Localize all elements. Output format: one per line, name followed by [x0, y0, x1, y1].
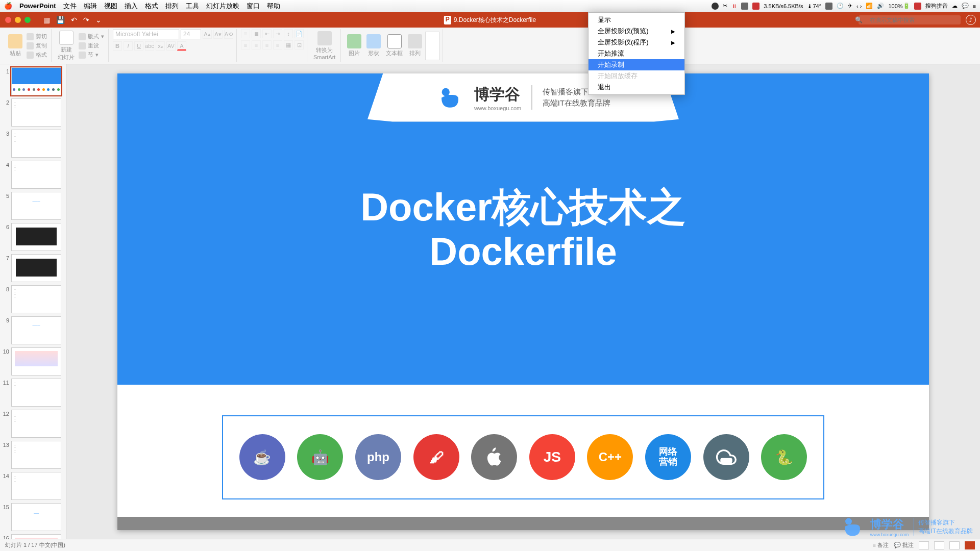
thumb-11[interactable]: ———	[11, 379, 61, 407]
dd-fullscreen-program[interactable]: 全屏投影仪(程序)▶	[589, 37, 684, 48]
minimize-button[interactable]	[15, 17, 21, 23]
apple-icon[interactable]: 🍎	[4, 2, 12, 10]
comments-button[interactable]: 💬 批注	[894, 541, 914, 549]
section-button[interactable]: 节 ▾	[78, 51, 105, 59]
volume-icon[interactable]: 🔊	[877, 3, 884, 9]
menu-window[interactable]: 窗口	[247, 2, 260, 11]
thumb-16[interactable]	[11, 534, 61, 539]
scissors-icon[interactable]: ✂	[723, 3, 727, 9]
pause-icon[interactable]: ⏸	[731, 3, 737, 9]
dd-fullscreen-preview[interactable]: 全屏投影仪(预览)▶	[589, 26, 684, 37]
normal-view-button[interactable]	[919, 541, 929, 549]
thumb-1[interactable]	[11, 67, 61, 95]
shape-quick-styles[interactable]	[425, 32, 439, 60]
menu-help[interactable]: 帮助	[267, 2, 280, 11]
menu-edit[interactable]: 编辑	[84, 2, 97, 11]
char-spacing-button[interactable]: AV	[166, 41, 176, 51]
cloud-icon[interactable]: ☁	[952, 3, 958, 9]
close-button[interactable]	[5, 17, 11, 23]
menu-view[interactable]: 视图	[104, 2, 117, 11]
dd-start-stream[interactable]: 开始推流	[589, 48, 684, 59]
font-color-button[interactable]: A	[177, 41, 186, 51]
decrease-font-button[interactable]: A▾	[213, 30, 223, 39]
qat-undo-icon[interactable]: ↶	[71, 16, 77, 24]
qat-more-icon[interactable]: ⌄	[95, 16, 102, 24]
graph-icon[interactable]	[752, 3, 760, 10]
plane-icon[interactable]: ✈	[848, 3, 852, 9]
menu-insert[interactable]: 插入	[125, 2, 138, 11]
bold-button[interactable]: B	[113, 41, 122, 51]
thumb-9[interactable]: ———	[11, 316, 61, 344]
activity-icon[interactable]	[741, 3, 748, 10]
indent-button[interactable]: ⇥	[273, 29, 282, 38]
menu-arrange[interactable]: 排列	[165, 2, 179, 11]
notes-button[interactable]: ≡ 备注	[872, 541, 888, 549]
qat-view-icon[interactable]: ▦	[43, 16, 50, 24]
clear-format-button[interactable]: A⟲	[224, 30, 233, 39]
reading-view-button[interactable]	[949, 541, 960, 549]
dd-show[interactable]: 显示	[589, 14, 684, 26]
menu-file[interactable]: 文件	[63, 2, 77, 11]
copy-button[interactable]: 复制	[26, 41, 48, 50]
textbox-button[interactable]: 文本框	[384, 33, 405, 58]
chat-icon[interactable]: 💬	[962, 3, 969, 9]
thumb-8[interactable]: ————	[11, 285, 61, 313]
slide-canvas[interactable]: 博学谷 www.boxuegu.com 传智播客旗下 高端IT在线教育品牌 Do…	[66, 64, 980, 539]
menu-icon[interactable]: ≡	[973, 3, 976, 9]
align-left-button[interactable]: ≡	[241, 40, 250, 49]
reset-button[interactable]: 重设	[78, 41, 105, 50]
text-direction-button[interactable]: 📄	[295, 29, 304, 38]
thumb-2[interactable]: ———	[11, 98, 61, 127]
dd-exit[interactable]: 退出	[589, 82, 684, 93]
search-input[interactable]	[859, 15, 961, 24]
thumb-15[interactable]: ——	[11, 503, 61, 531]
maximize-button[interactable]	[24, 17, 31, 23]
thumb-5[interactable]: ———	[11, 192, 61, 220]
thumb-14[interactable]: ———	[11, 472, 61, 500]
slideshow-view-button[interactable]	[965, 541, 975, 549]
align-center-button[interactable]: ≡	[252, 40, 261, 49]
ime-label[interactable]: 搜狗拼音	[925, 2, 948, 10]
menu-tools[interactable]: 工具	[186, 2, 199, 11]
increase-font-button[interactable]: A▴	[203, 30, 212, 39]
italic-button[interactable]: I	[124, 41, 133, 51]
paste-button[interactable]: 粘贴	[6, 33, 24, 58]
numbering-button[interactable]: ≣	[252, 29, 261, 38]
sorter-view-button[interactable]	[934, 541, 944, 549]
shapes-button[interactable]: 形状	[364, 33, 383, 58]
layout-button[interactable]: 版式 ▾	[78, 32, 105, 41]
thumb-10[interactable]	[11, 347, 61, 375]
subscript-button[interactable]: x₂	[156, 41, 165, 51]
bullets-button[interactable]: ≡	[241, 29, 250, 38]
menu-slideshow[interactable]: 幻灯片放映	[206, 2, 239, 11]
justify-button[interactable]: ≡	[273, 40, 282, 49]
slide-thumbnails-panel[interactable]: 1 2——— 3———— 4——— 5——— 6 7 8———— 9——— 10…	[0, 64, 66, 539]
share-button[interactable]: ⤴	[966, 15, 976, 25]
font-name-select[interactable]: Microsoft YaHei	[113, 29, 179, 39]
align-text-button[interactable]: ⊡	[295, 40, 304, 49]
outdent-button[interactable]: ⇤	[262, 29, 272, 38]
font-size-select[interactable]: 24	[181, 29, 201, 39]
smartart-button[interactable]: 转换为 SmartArt	[311, 30, 337, 61]
new-slide-button[interactable]: 新建 幻灯片	[56, 30, 77, 62]
display-icon[interactable]	[825, 3, 832, 10]
wifi-icon[interactable]: 📶	[866, 3, 873, 9]
arrange-button[interactable]: 排列	[406, 33, 424, 58]
line-spacing-button[interactable]: ↕	[284, 29, 293, 38]
flag-icon[interactable]	[914, 3, 921, 10]
qat-save-icon[interactable]: 💾	[56, 16, 65, 24]
thumb-4[interactable]: ———	[11, 161, 61, 189]
picture-button[interactable]: 图片	[345, 33, 363, 58]
app-name[interactable]: PowerPoint	[19, 2, 56, 10]
thumb-7[interactable]	[11, 254, 61, 282]
thumb-6[interactable]	[11, 223, 61, 251]
cut-button[interactable]: 剪切	[26, 32, 48, 41]
underline-button[interactable]: U	[134, 41, 143, 51]
dd-start-record[interactable]: 开始录制	[589, 59, 684, 70]
nav-icon[interactable]: ‹ ›	[856, 3, 862, 9]
columns-button[interactable]: ▦	[284, 40, 293, 49]
thumb-12[interactable]: ————	[11, 410, 61, 438]
obs-icon[interactable]	[712, 3, 719, 10]
menu-format[interactable]: 格式	[145, 2, 158, 11]
align-right-button[interactable]: ≡	[262, 40, 272, 49]
